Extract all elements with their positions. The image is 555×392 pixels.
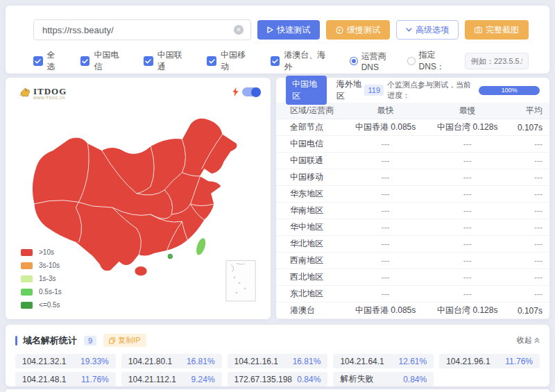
checkbox-label: 全选 — [47, 49, 63, 73]
legend-swatch — [21, 275, 33, 282]
table-row[interactable]: 华南地区 --- --- --- — [276, 203, 549, 219]
cell-region: 华中地区 — [276, 221, 342, 233]
dns-radio-group: 运营商DNS 指定DNS： — [350, 49, 529, 73]
full-screenshot-label: 完整截图 — [486, 24, 519, 36]
legend-item: 3s-10s — [21, 262, 62, 269]
ip-result-cell[interactable]: 104.21.32.1 19.33% — [15, 354, 116, 368]
cell-slowest: --- — [429, 273, 506, 282]
cell-slowest: --- — [429, 206, 506, 216]
cell-region: 华南地区 — [276, 205, 342, 216]
col-average-header: 平均 — [506, 105, 549, 117]
node-count-badge: 119 — [364, 85, 384, 96]
tab-overseas-region[interactable]: 海外地区 — [336, 78, 365, 102]
ip-address: 104.21.112.1 — [128, 375, 176, 384]
map-controls — [232, 87, 261, 96]
logo-text-block: ITDOG WWW.ITDOG.CN — [33, 87, 71, 101]
legend-label: <=0.5s — [39, 301, 60, 309]
cell-fastest: --- — [342, 173, 429, 182]
table-row[interactable]: 华北地区 --- --- --- — [276, 236, 549, 253]
ip-result-cell[interactable]: 104.21.112.1 9.24% — [121, 372, 222, 386]
full-screenshot-button[interactable]: 完整截图 — [465, 20, 529, 40]
chevrons-up-icon — [534, 337, 540, 343]
table-row[interactable]: 中国联通 --- --- --- — [276, 153, 549, 169]
ip-result-cell[interactable]: 解析失败 0.84% — [333, 372, 434, 386]
cell-region: 西北地区 — [276, 271, 342, 283]
next-section-sliver — [6, 389, 549, 392]
table-row[interactable]: 全部节点 中国香港 0.085s 中国台湾 0.128s 0.107s — [276, 119, 549, 136]
cell-slowest: --- — [429, 239, 506, 249]
table-row[interactable]: 中国电信 --- --- --- — [276, 136, 549, 153]
dns-stats-title: 域名解析统计 — [23, 334, 77, 347]
col-fastest-header: 最快 — [342, 105, 429, 117]
ip-result-cell[interactable]: 104.21.96.1 11.76% — [439, 354, 540, 368]
ip-address: 104.21.16.1 — [234, 357, 278, 366]
cell-region: 东北地区 — [276, 288, 342, 300]
url-input[interactable] — [42, 25, 234, 35]
table-row[interactable]: 西北地区 --- --- --- — [276, 269, 549, 286]
cell-slowest: 中国台湾 0.128s — [429, 121, 506, 133]
cell-slowest: --- — [429, 189, 506, 199]
checkbox-checked-icon — [207, 56, 216, 66]
legend-item: <=0.5s — [21, 301, 62, 309]
quick-test-button[interactable]: 快速测试 — [257, 20, 320, 40]
isp-checkbox[interactable]: 全选 — [33, 49, 63, 73]
isp-checkbox[interactable]: 中国移动 — [207, 49, 253, 73]
legend-label: 3s-10s — [39, 262, 60, 269]
china-map-card: ITDOG WWW.ITDOG.CN — [6, 78, 271, 319]
ip-result-cell[interactable]: 172.67.135.198 0.84% — [228, 372, 328, 386]
table-row[interactable]: 东北地区 --- --- --- — [276, 286, 549, 302]
ip-percent: 19.33% — [80, 357, 109, 366]
cell-region: 中国电信 — [276, 138, 342, 150]
legend-item: 0.5s-1s — [21, 288, 62, 296]
clear-icon[interactable]: ✕ — [234, 25, 244, 35]
table-row[interactable]: 西南地区 --- --- --- — [276, 253, 549, 269]
isp-checkbox[interactable]: 中国联通 — [144, 49, 189, 73]
legend-item: >10s — [21, 248, 62, 256]
checkbox-label: 中国联通 — [157, 49, 190, 73]
ip-result-cell[interactable]: 104.21.16.1 16.81% — [228, 354, 328, 368]
cell-fastest: --- — [342, 273, 429, 282]
cell-fastest: 中国香港 0.085s — [342, 121, 429, 133]
green-node-marker — [168, 254, 172, 258]
legend-swatch — [21, 289, 33, 296]
table-row[interactable]: 港澳台 中国香港 0.085s 中国台湾 0.128s 0.107s — [276, 302, 549, 319]
table-row[interactable]: 华东地区 --- --- --- — [276, 186, 549, 203]
ip-address: 解析失败 — [340, 373, 373, 385]
ip-result-cell[interactable]: 104.21.48.1 11.76% — [15, 372, 116, 386]
cell-average: --- — [506, 289, 549, 299]
advanced-options-button[interactable]: 高级选项 — [396, 20, 459, 40]
ip-result-cell[interactable]: 104.21.80.1 16.81% — [121, 354, 222, 368]
custom-dns-input[interactable] — [465, 53, 529, 69]
tab-china-region[interactable]: 中国地区 — [286, 76, 327, 105]
isp-checkbox[interactable]: 中国电信 — [80, 49, 126, 73]
ip-address: 104.21.32.1 — [22, 357, 66, 366]
checkbox-label: 中国电信 — [94, 49, 126, 73]
results-card: 中国地区 海外地区 119 个监测点参与测试，当前进度： 100% 区域/运营商… — [276, 78, 549, 319]
copy-ip-button[interactable]: 复制IP — [103, 334, 146, 347]
advanced-options-label: 高级选项 — [416, 24, 449, 36]
title-accent-bar — [15, 336, 17, 346]
options-row: 全选 中国电信 中国联通 中国移动 港澳台、海外 — [33, 49, 529, 73]
map-mode-toggle[interactable] — [242, 87, 261, 96]
cell-slowest: --- — [429, 173, 506, 182]
slow-test-label: 缓慢测试 — [347, 24, 380, 36]
ip-address: 172.67.135.198 — [234, 375, 292, 384]
cell-fastest: 中国香港 0.085s — [342, 305, 429, 316]
ip-address: 104.21.96.1 — [446, 357, 490, 366]
table-row[interactable]: 中国移动 --- --- --- — [276, 169, 549, 186]
collapse-button[interactable]: 收起 — [517, 335, 540, 346]
checkbox-checked-icon — [33, 56, 43, 66]
radio-custom-dns[interactable]: 指定DNS： — [407, 49, 459, 73]
radio-carrier-dns[interactable]: 运营商DNS — [350, 51, 402, 72]
table-row[interactable]: 华中地区 --- --- --- — [276, 219, 549, 236]
slow-test-button[interactable]: 缓慢测试 — [326, 20, 390, 40]
cell-region: 西南地区 — [276, 255, 342, 266]
isp-checkbox[interactable]: 港澳台、海外 — [271, 49, 333, 73]
checkbox-label: 中国移动 — [221, 49, 253, 73]
cell-region: 港澳台 — [276, 305, 342, 316]
ip-result-cell[interactable]: 104.21.64.1 12.61% — [333, 354, 434, 368]
legend-label: >10s — [39, 248, 54, 256]
progress-bar: 100% — [479, 86, 540, 95]
camera-icon — [475, 26, 482, 33]
ip-result-grid: 104.21.32.1 19.33% 104.21.80.1 16.81% 10… — [15, 354, 540, 386]
